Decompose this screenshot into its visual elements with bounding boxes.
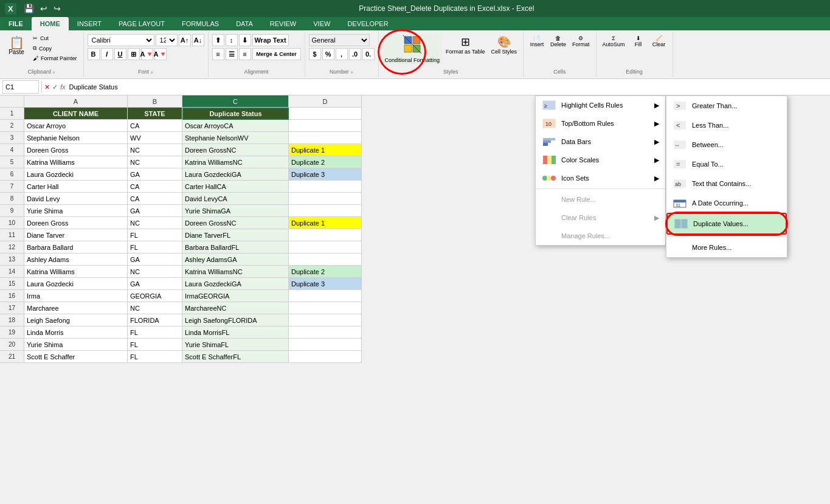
cell-a12[interactable]: Barbara Ballard — [24, 241, 128, 254]
cell-a3[interactable]: Stephanie Nelson — [24, 132, 128, 144]
cell-d12[interactable] — [289, 241, 362, 254]
highlight-cells-item[interactable]: ≥ Highlight Cells Rules ▶ — [536, 96, 665, 114]
font-size-select[interactable]: 12 — [156, 34, 178, 46]
cell-b3[interactable]: WV — [128, 132, 182, 144]
cell-b13[interactable]: GA — [128, 254, 182, 266]
col-header-c[interactable]: C — [182, 95, 289, 108]
tab-home[interactable]: HOME — [32, 17, 69, 30]
cell-a17[interactable]: Marcharee — [24, 302, 128, 314]
cell-a1[interactable]: CLIENT NAME — [24, 108, 128, 120]
align-middle-button[interactable]: ↕ — [226, 34, 238, 46]
cell-b4[interactable]: NC — [128, 144, 182, 156]
cell-b19[interactable]: FL — [128, 326, 182, 339]
formula-input[interactable] — [68, 82, 828, 92]
tab-formulas[interactable]: FORMULAS — [173, 17, 227, 30]
cell-b6[interactable]: GA — [128, 168, 182, 181]
tab-file[interactable]: FILE — [0, 17, 32, 30]
icon-sets-item[interactable]: Icon Sets ▶ — [536, 169, 665, 187]
align-right-button[interactable]: ≡ — [239, 48, 251, 60]
cell-a20[interactable]: Yurie Shima — [24, 339, 128, 351]
cell-c21[interactable]: Scott E SchafferFL — [182, 351, 289, 363]
tab-review[interactable]: REVIEW — [261, 17, 305, 30]
wrap-text-button[interactable]: Wrap Text — [252, 34, 289, 46]
cell-a15[interactable]: Laura Gozdecki — [24, 278, 128, 290]
cell-c12[interactable]: Barbara BallardFL — [182, 241, 289, 254]
cell-b14[interactable]: NC — [128, 266, 182, 278]
cell-a13[interactable]: Ashley Adams — [24, 254, 128, 266]
font-color-button[interactable]: A🔻 — [154, 48, 167, 60]
cell-c16[interactable]: IrmaGEORGIA — [182, 290, 289, 302]
currency-button[interactable]: $ — [309, 48, 321, 60]
cell-c7[interactable]: Carter HallCA — [182, 181, 289, 193]
tab-data[interactable]: DATA — [227, 17, 261, 30]
col-header-a[interactable]: A — [24, 95, 128, 108]
less-than-item[interactable]: < Less Than... — [666, 116, 787, 135]
cell-d11[interactable] — [289, 229, 362, 241]
cell-b15[interactable]: GA — [128, 278, 182, 290]
col-header-d[interactable]: D — [289, 95, 362, 108]
cell-d13[interactable] — [289, 254, 362, 266]
cell-c15[interactable]: Laura GozdeckiGA — [182, 278, 289, 290]
save-button[interactable]: 💾 — [21, 2, 36, 15]
cell-d10[interactable]: Duplicate 1 — [289, 217, 362, 229]
cell-d8[interactable] — [289, 193, 362, 205]
cell-d15[interactable]: Duplicate 3 — [289, 278, 362, 290]
cell-c13[interactable]: Ashley AdamsGA — [182, 254, 289, 266]
fill-button[interactable]: ⬇ Fill — [629, 34, 648, 49]
cell-a7[interactable]: Carter Hall — [24, 181, 128, 193]
cell-reference-box[interactable]: C1 — [2, 80, 39, 94]
duplicate-values-item[interactable]: Duplicate Values... — [666, 213, 787, 235]
increase-decimal-button[interactable]: .0 — [349, 48, 361, 60]
cell-c19[interactable]: Linda MorrisFL — [182, 326, 289, 339]
cell-d6[interactable]: Duplicate 3 — [289, 168, 362, 181]
percent-button[interactable]: % — [322, 48, 334, 60]
between-item[interactable]: ↔ Between... — [666, 135, 787, 154]
cell-a2[interactable]: Oscar Arroyo — [24, 120, 128, 132]
cell-b16[interactable]: GEORGIA — [128, 290, 182, 302]
color-scales-item[interactable]: Color Scales ▶ — [536, 151, 665, 169]
align-bottom-button[interactable]: ⬇ — [239, 34, 251, 46]
cell-a10[interactable]: Doreen Gross — [24, 217, 128, 229]
cell-d7[interactable] — [289, 181, 362, 193]
italic-button[interactable]: I — [101, 48, 113, 60]
format-button[interactable]: ⚙ Format — [570, 34, 592, 49]
cell-d20[interactable] — [289, 339, 362, 351]
insert-function-icon[interactable]: fx — [60, 83, 66, 91]
align-left-button[interactable]: ≡ — [212, 48, 224, 60]
cell-c2[interactable]: Oscar ArroyoCA — [182, 120, 289, 132]
cell-a4[interactable]: Doreen Gross — [24, 144, 128, 156]
cut-button[interactable]: ✂ Cut — [30, 34, 80, 43]
cell-b12[interactable]: FL — [128, 241, 182, 254]
cell-a18[interactable]: Leigh Saefong — [24, 314, 128, 326]
top-bottom-item[interactable]: 10 Top/Bottom Rules ▶ — [536, 114, 665, 133]
border-button[interactable]: ⊞ — [128, 48, 140, 60]
font-shrink-button[interactable]: A↓ — [192, 34, 204, 46]
cell-c9[interactable]: Yurie ShimaGA — [182, 205, 289, 217]
tab-view[interactable]: VIEW — [305, 17, 339, 30]
format-painter-button[interactable]: 🖌 Format Painter — [30, 54, 80, 63]
cell-a8[interactable]: David Levy — [24, 193, 128, 205]
tab-page-layout[interactable]: PAGE LAYOUT — [110, 17, 173, 30]
cell-b17[interactable]: NC — [128, 302, 182, 314]
cell-d14[interactable]: Duplicate 2 — [289, 266, 362, 278]
cell-d4[interactable]: Duplicate 1 — [289, 144, 362, 156]
new-rule-item[interactable]: New Rule... — [536, 190, 665, 209]
more-rules-item[interactable]: More Rules... — [666, 238, 787, 257]
cell-a19[interactable]: Linda Morris — [24, 326, 128, 339]
clear-rules-item[interactable]: Clear Rules ▶ — [536, 209, 665, 227]
underline-button[interactable]: U — [114, 48, 126, 60]
cell-c4[interactable]: Doreen GrossNC — [182, 144, 289, 156]
cancel-formula-icon[interactable]: ✕ — [44, 83, 50, 91]
font-grow-button[interactable]: A↑ — [179, 34, 191, 46]
cell-styles-button[interactable]: 🎨 Cell Styles — [488, 34, 519, 56]
cell-d21[interactable] — [289, 351, 362, 363]
cell-a5[interactable]: Katrina Williams — [24, 156, 128, 168]
cell-d16[interactable] — [289, 290, 362, 302]
fill-color-button[interactable]: A🔻 — [141, 48, 153, 60]
cell-b10[interactable]: NC — [128, 217, 182, 229]
number-format-select[interactable]: General — [309, 34, 370, 46]
align-top-button[interactable]: ⬆ — [212, 34, 224, 46]
data-bars-item[interactable]: Data Bars ▶ — [536, 133, 665, 151]
insert-button[interactable]: 📄 Insert — [527, 34, 547, 49]
undo-button[interactable]: ↩ — [38, 2, 50, 15]
